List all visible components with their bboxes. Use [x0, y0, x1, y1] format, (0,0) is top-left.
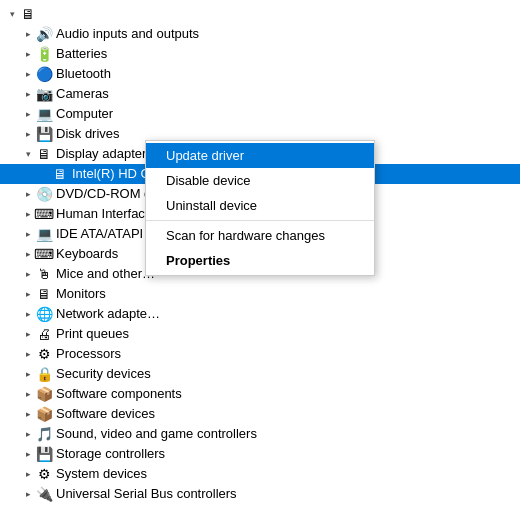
expand-icon-display[interactable] [20, 146, 36, 162]
tree-item-system[interactable]: ⚙System devices [0, 464, 520, 484]
expand-icon-mice[interactable] [20, 266, 36, 282]
tree-item-print[interactable]: 🖨Print queues [0, 324, 520, 344]
item-label-bluetooth: Bluetooth [56, 64, 111, 84]
item-label-human: Human Interfac… [56, 204, 158, 224]
expand-icon-security[interactable] [20, 366, 36, 382]
root-expand-icon [4, 6, 20, 22]
tree-item-cameras[interactable]: 📷Cameras [0, 84, 520, 104]
item-icon-intel: 🖥 [52, 166, 68, 182]
context-menu-separator [146, 220, 374, 221]
item-icon-usb: 🔌 [36, 486, 52, 502]
item-label-cameras: Cameras [56, 84, 109, 104]
item-icon-processors: ⚙ [36, 346, 52, 362]
expand-icon-processors[interactable] [20, 346, 36, 362]
item-label-print: Print queues [56, 324, 129, 344]
item-icon-audio: 🔊 [36, 26, 52, 42]
context-menu-item-scan[interactable]: Scan for hardware changes [146, 223, 374, 248]
expand-icon-batteries[interactable] [20, 46, 36, 62]
tree-item-security[interactable]: 🔒Security devices [0, 364, 520, 384]
item-label-processors: Processors [56, 344, 121, 364]
tree-item-softwarecomp[interactable]: 📦Software components [0, 384, 520, 404]
item-icon-softwaredev: 📦 [36, 406, 52, 422]
item-icon-computer: 💻 [36, 106, 52, 122]
item-icon-softwarecomp: 📦 [36, 386, 52, 402]
item-icon-human: ⌨ [36, 206, 52, 222]
expand-icon-softwaredev[interactable] [20, 406, 36, 422]
tree-item-batteries[interactable]: 🔋Batteries [0, 44, 520, 64]
item-label-network: Network adapte… [56, 304, 160, 324]
tree-item-processors[interactable]: ⚙Processors [0, 344, 520, 364]
context-menu-items-container: Update driverDisable deviceUninstall dev… [146, 143, 374, 273]
item-icon-sound: 🎵 [36, 426, 52, 442]
item-icon-security: 🔒 [36, 366, 52, 382]
context-menu-item-disable[interactable]: Disable device [146, 168, 374, 193]
item-label-storage: Storage controllers [56, 444, 165, 464]
item-label-usb: Universal Serial Bus controllers [56, 484, 237, 504]
tree-item-network[interactable]: 🌐Network adapte… [0, 304, 520, 324]
item-icon-cameras: 📷 [36, 86, 52, 102]
item-label-mice: Mice and other… [56, 264, 155, 284]
item-icon-display: 🖥 [36, 146, 52, 162]
expand-icon-system[interactable] [20, 466, 36, 482]
item-icon-storage: 💾 [36, 446, 52, 462]
item-icon-bluetooth: 🔵 [36, 66, 52, 82]
root-node[interactable]: 🖥 [0, 4, 520, 24]
item-icon-monitors: 🖥 [36, 286, 52, 302]
item-label-system: System devices [56, 464, 147, 484]
expand-icon-ide[interactable] [20, 226, 36, 242]
context-menu: Update driverDisable deviceUninstall dev… [145, 140, 375, 276]
tree-item-computer[interactable]: 💻Computer [0, 104, 520, 124]
expand-icon-storage[interactable] [20, 446, 36, 462]
context-menu-item-properties[interactable]: Properties [146, 248, 374, 273]
item-icon-batteries: 🔋 [36, 46, 52, 62]
item-icon-dvd: 💿 [36, 186, 52, 202]
tree-item-monitors[interactable]: 🖥Monitors [0, 284, 520, 304]
expand-icon-usb[interactable] [20, 486, 36, 502]
item-label-display: Display adapters [56, 144, 153, 164]
expand-icon-audio[interactable] [20, 26, 36, 42]
expand-icon-network[interactable] [20, 306, 36, 322]
item-icon-keyboards: ⌨ [36, 246, 52, 262]
item-icon-print: 🖨 [36, 326, 52, 342]
tree-item-audio[interactable]: 🔊Audio inputs and outputs [0, 24, 520, 44]
expand-icon-sound[interactable] [20, 426, 36, 442]
item-label-security: Security devices [56, 364, 151, 384]
item-icon-system: ⚙ [36, 466, 52, 482]
expand-icon-softwarecomp[interactable] [20, 386, 36, 402]
expand-icon-monitors[interactable] [20, 286, 36, 302]
computer-icon: 🖥 [20, 6, 36, 22]
expand-icon-computer[interactable] [20, 106, 36, 122]
tree-item-sound[interactable]: 🎵Sound, video and game controllers [0, 424, 520, 444]
item-label-sound: Sound, video and game controllers [56, 424, 257, 444]
item-icon-network: 🌐 [36, 306, 52, 322]
tree-item-bluetooth[interactable]: 🔵Bluetooth [0, 64, 520, 84]
expand-icon-print[interactable] [20, 326, 36, 342]
item-label-softwaredev: Software devices [56, 404, 155, 424]
item-label-monitors: Monitors [56, 284, 106, 304]
context-menu-item-update[interactable]: Update driver [146, 143, 374, 168]
item-label-audio: Audio inputs and outputs [56, 24, 199, 44]
item-label-disk: Disk drives [56, 124, 120, 144]
expand-icon-dvd[interactable] [20, 186, 36, 202]
tree-item-storage[interactable]: 💾Storage controllers [0, 444, 520, 464]
item-icon-disk: 💾 [36, 126, 52, 142]
item-label-softwarecomp: Software components [56, 384, 182, 404]
item-icon-ide: 💻 [36, 226, 52, 242]
tree-item-usb[interactable]: 🔌Universal Serial Bus controllers [0, 484, 520, 504]
item-label-keyboards: Keyboards [56, 244, 118, 264]
tree-item-softwaredev[interactable]: 📦Software devices [0, 404, 520, 424]
expand-icon-disk[interactable] [20, 126, 36, 142]
expand-icon-cameras[interactable] [20, 86, 36, 102]
expand-icon-bluetooth[interactable] [20, 66, 36, 82]
item-label-batteries: Batteries [56, 44, 107, 64]
context-menu-item-uninstall[interactable]: Uninstall device [146, 193, 374, 218]
item-label-computer: Computer [56, 104, 113, 124]
item-icon-mice: 🖱 [36, 266, 52, 282]
